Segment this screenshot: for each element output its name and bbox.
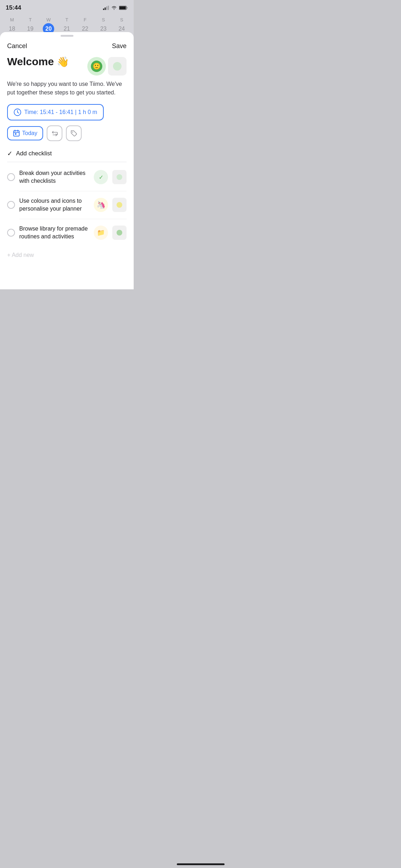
day-letter: S xyxy=(120,17,123,22)
day-letter: W xyxy=(46,17,51,22)
radio-button[interactable] xyxy=(7,173,15,181)
radio-button[interactable] xyxy=(7,229,15,237)
smiley-icon: 🙂 xyxy=(93,62,101,70)
checklist-item-color[interactable] xyxy=(112,170,127,184)
title-row: Welcome 👋 🙂 xyxy=(7,56,127,76)
calendar-icon xyxy=(13,130,20,137)
wifi-icon xyxy=(111,6,117,10)
checklist-item: Browse library for premade routines and … xyxy=(7,219,127,247)
action-row: Today xyxy=(7,125,127,141)
color-dot xyxy=(117,230,122,236)
today-button[interactable]: Today xyxy=(7,126,43,140)
signal-icon xyxy=(103,6,109,10)
checklist-item-color[interactable] xyxy=(112,226,127,240)
activity-color-dot xyxy=(113,62,122,71)
color-dot xyxy=(117,202,122,208)
folder-icon: 📁 xyxy=(97,229,105,237)
svg-point-9 xyxy=(72,131,73,133)
status-icons xyxy=(103,6,128,10)
checklist-item-color[interactable] xyxy=(112,198,127,212)
icon-pair: 🙂 xyxy=(87,57,127,76)
battery-icon xyxy=(119,6,128,10)
cancel-button[interactable]: Cancel xyxy=(7,42,27,50)
svg-rect-0 xyxy=(103,9,104,10)
unicorn-icon: 🦄 xyxy=(97,201,106,209)
tag-icon xyxy=(70,130,77,137)
checklist-item: Break down your activities with checklis… xyxy=(7,164,127,191)
time-block[interactable]: Time: 15:41 - 16:41 | 1 h 0 m xyxy=(7,104,104,120)
activity-icon-inner: 🙂 xyxy=(91,61,102,72)
status-time: 15:44 xyxy=(6,4,21,11)
checklist-item-icon[interactable]: 🦄 xyxy=(94,198,108,212)
page-title: Welcome 👋 xyxy=(7,56,69,68)
checklist-item-text: Break down your activities with checklis… xyxy=(19,169,89,185)
day-letter: T xyxy=(29,17,32,22)
checklist-item-icon[interactable]: ✓ xyxy=(94,170,108,184)
checklist-item-text: Use colours and icons to personalise you… xyxy=(19,197,89,213)
checkmark-icon: ✓ xyxy=(7,150,12,157)
svg-rect-8 xyxy=(15,133,16,135)
wave-emoji: 👋 xyxy=(57,56,69,68)
repeat-button[interactable] xyxy=(47,125,62,141)
checklist-header: ✓ Add checklist xyxy=(7,150,127,162)
day-letter: S xyxy=(102,17,105,22)
svg-rect-1 xyxy=(105,7,106,10)
tag-button[interactable] xyxy=(66,125,82,141)
clock-icon xyxy=(14,108,21,116)
svg-rect-5 xyxy=(119,6,126,9)
checklist-item-icon[interactable]: 📁 xyxy=(94,226,108,240)
svg-rect-2 xyxy=(106,6,107,10)
color-dot xyxy=(117,174,122,180)
today-label: Today xyxy=(22,130,37,136)
svg-rect-3 xyxy=(108,6,109,10)
nav-bar: Cancel Save xyxy=(0,37,134,53)
day-letter: F xyxy=(84,17,87,22)
main-content: Welcome 👋 🙂 We're so happy you want to u… xyxy=(0,53,134,268)
modal-sheet: Cancel Save Welcome 👋 🙂 We're so xyxy=(0,32,134,289)
time-text: Time: 15:41 - 16:41 | 1 h 0 m xyxy=(24,109,97,115)
description-text: We're so happy you want to use Tiimo. We… xyxy=(7,80,127,97)
checklist-label: Add checklist xyxy=(16,150,52,157)
activity-color-square[interactable] xyxy=(108,57,127,76)
checkmark-icon: ✓ xyxy=(99,174,103,181)
radio-button[interactable] xyxy=(7,201,15,209)
checklist-item: Use colours and icons to personalise you… xyxy=(7,191,127,219)
checklist-item-text: Browse library for premade routines and … xyxy=(19,225,89,241)
status-bar: 15:44 xyxy=(0,0,134,16)
checklist-list: Break down your activities with checklis… xyxy=(7,164,127,246)
save-button[interactable]: Save xyxy=(112,42,127,50)
day-letter: T xyxy=(66,17,68,22)
repeat-icon xyxy=(51,130,58,137)
activity-icon-circle[interactable]: 🙂 xyxy=(87,57,106,76)
day-letter: M xyxy=(10,17,14,22)
add-new-button[interactable]: + Add new xyxy=(7,246,127,261)
